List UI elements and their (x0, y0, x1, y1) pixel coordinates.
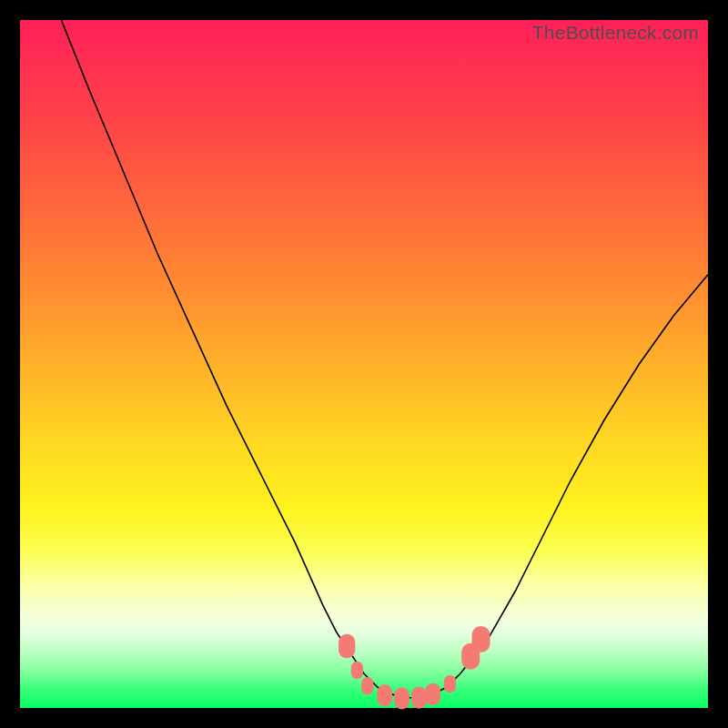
curve-marker (472, 626, 490, 652)
curve-marker (377, 684, 392, 706)
curve-svg (20, 20, 708, 708)
curve-marker (444, 675, 456, 693)
curve-marker (339, 634, 355, 659)
curve-marker (425, 683, 440, 705)
outer-frame: TheBottleneck.com (0, 0, 728, 728)
curve-marker (411, 687, 427, 709)
curve-marker (394, 687, 410, 709)
curve-marker (361, 677, 373, 694)
curve-marker (351, 662, 363, 679)
plot-area: TheBottleneck.com (20, 20, 708, 708)
curve-markers (339, 626, 490, 710)
bottleneck-curve (61, 20, 708, 698)
